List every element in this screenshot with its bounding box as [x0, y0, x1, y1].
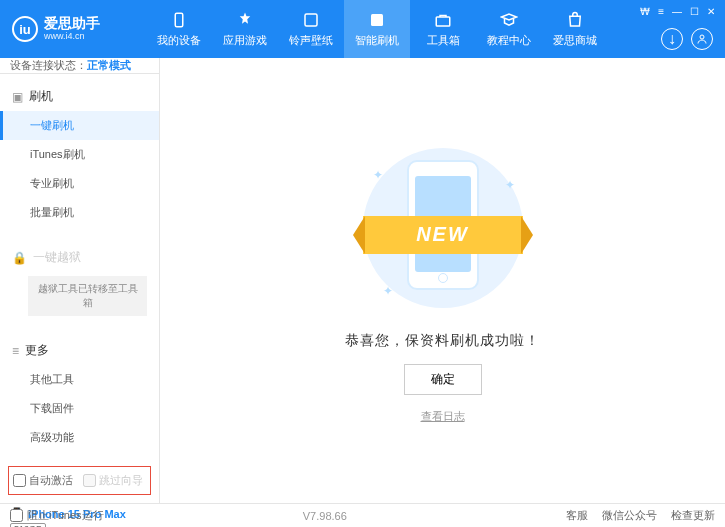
app-header: iu 爱思助手 www.i4.cn 我的设备 应用游戏 铃声壁纸 智能刷机 工具… — [0, 0, 725, 58]
nav-ringtone-wallpaper[interactable]: 铃声壁纸 — [278, 0, 344, 58]
nav-store[interactable]: 爱思商城 — [542, 0, 608, 58]
sidebar-item-itunes-flash[interactable]: iTunes刷机 — [0, 140, 159, 169]
auto-activate-checkbox[interactable]: 自动激活 — [13, 473, 73, 488]
sidebar-jailbreak-notice: 越狱工具已转移至工具箱 — [28, 276, 147, 316]
sidebar-item-advanced[interactable]: 高级功能 — [0, 423, 159, 452]
nav-apps-games[interactable]: 应用游戏 — [212, 0, 278, 58]
svg-rect-0 — [175, 13, 183, 27]
nav-smart-flash[interactable]: 智能刷机 — [344, 0, 410, 58]
top-nav: 我的设备 应用游戏 铃声壁纸 智能刷机 工具箱 教程中心 爱思商城 — [146, 0, 608, 58]
app-url: www.i4.cn — [44, 32, 100, 42]
new-banner: NEW — [363, 216, 523, 254]
list-icon: ▣ — [12, 90, 23, 104]
window-controls: ₩ ≡ — ☐ ✕ — [640, 6, 715, 17]
success-illustration: ✦ ✦ ✦ NEW — [353, 138, 533, 318]
flash-icon — [367, 10, 387, 30]
lock-icon: 🔒 — [12, 251, 27, 265]
toolbox-icon — [433, 10, 453, 30]
sidebar-section-flash[interactable]: ▣刷机 — [0, 82, 159, 111]
device-storage: 512GB — [10, 523, 46, 527]
svg-point-4 — [700, 35, 704, 39]
close-icon[interactable]: ✕ — [707, 6, 715, 17]
options-highlight-box: 自动激活 跳过向导 — [8, 466, 151, 495]
view-log-link[interactable]: 查看日志 — [421, 409, 465, 424]
app-title: 爱思助手 — [44, 16, 100, 31]
tutorial-icon — [499, 10, 519, 30]
maximize-icon[interactable]: ☐ — [690, 6, 699, 17]
logo: iu 爱思助手 www.i4.cn — [12, 16, 146, 42]
apps-icon — [235, 10, 255, 30]
sidebar-item-oneclick-flash[interactable]: 一键刷机 — [0, 111, 159, 140]
svg-rect-1 — [305, 14, 317, 26]
settings-icon[interactable]: ₩ — [640, 6, 650, 17]
block-itunes-checkbox[interactable]: 阻止iTunes运行 — [10, 508, 104, 523]
store-icon — [565, 10, 585, 30]
sidebar-item-other-tools[interactable]: 其他工具 — [0, 365, 159, 394]
nav-toolbox[interactable]: 工具箱 — [410, 0, 476, 58]
sidebar-section-more[interactable]: ≡更多 — [0, 336, 159, 365]
device-icon — [169, 10, 189, 30]
skip-guide-checkbox[interactable]: 跳过向导 — [83, 473, 143, 488]
sidebar-section-jailbreak: 🔒一键越狱 — [0, 243, 159, 272]
footer-wechat-link[interactable]: 微信公众号 — [602, 508, 657, 523]
menu-icon[interactable]: ≡ — [658, 6, 664, 17]
logo-icon: iu — [12, 16, 38, 42]
sidebar-item-download-firmware[interactable]: 下载固件 — [0, 394, 159, 423]
sidebar-item-batch-flash[interactable]: 批量刷机 — [0, 198, 159, 227]
nav-tutorials[interactable]: 教程中心 — [476, 0, 542, 58]
minimize-icon[interactable]: — — [672, 6, 682, 17]
success-message: 恭喜您，保资料刷机成功啦！ — [345, 332, 540, 350]
more-icon: ≡ — [12, 344, 19, 358]
svg-rect-3 — [436, 17, 450, 26]
download-button[interactable]: ↓ — [661, 28, 683, 50]
footer-update-link[interactable]: 检查更新 — [671, 508, 715, 523]
main-content: ✦ ✦ ✦ NEW 恭喜您，保资料刷机成功啦！ 确定 查看日志 — [160, 58, 725, 503]
sidebar: 设备连接状态： 正常模式 ▣刷机 一键刷机 iTunes刷机 专业刷机 批量刷机… — [0, 58, 160, 503]
user-button[interactable] — [691, 28, 713, 50]
svg-rect-2 — [371, 14, 383, 26]
footer-support-link[interactable]: 客服 — [566, 508, 588, 523]
ok-button[interactable]: 确定 — [404, 364, 482, 395]
version-label: V7.98.66 — [303, 510, 347, 522]
nav-my-device[interactable]: 我的设备 — [146, 0, 212, 58]
connection-status: 设备连接状态： 正常模式 — [0, 58, 159, 74]
sidebar-item-pro-flash[interactable]: 专业刷机 — [0, 169, 159, 198]
wallpaper-icon — [301, 10, 321, 30]
